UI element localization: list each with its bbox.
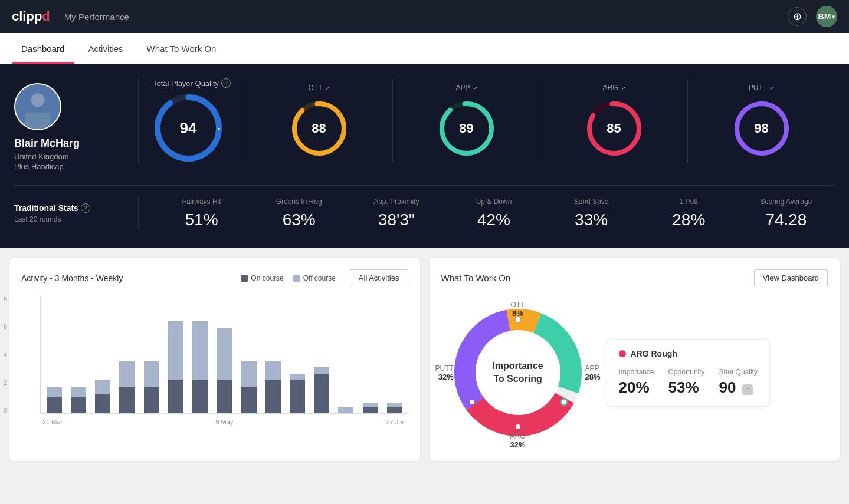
wtwo-title: What To Work On xyxy=(441,273,511,283)
putt-gauge: 98 xyxy=(732,99,791,158)
header-right: ⊕ BM ▾ xyxy=(788,6,837,27)
off-course-bar xyxy=(95,380,110,393)
tpq-gauge: 94 xyxy=(153,93,224,163)
plus-icon: ⊕ xyxy=(793,10,802,23)
legend-on-course: On course xyxy=(241,274,283,282)
trad-values: Fairways Hit 51% Greens In Reg 63% App. … xyxy=(138,197,835,229)
nav-tabs: Dashboard Activities What To Work On xyxy=(0,33,849,64)
trad-item-gir: Greens In Reg 63% xyxy=(250,197,348,229)
off-course-bar xyxy=(290,374,305,380)
bottom-section: Activity - 3 Months - Weekly On course O… xyxy=(0,248,849,470)
avatar[interactable]: BM ▾ xyxy=(816,6,837,27)
ott-gauge: 88 xyxy=(290,99,349,158)
logo: clippd xyxy=(12,9,50,24)
bar-group xyxy=(238,361,260,413)
avatar-label: BM xyxy=(818,12,831,21)
on-course-bar xyxy=(387,407,402,413)
chart-bars xyxy=(40,296,408,414)
bar-group xyxy=(140,361,162,413)
legend-off-course: Off course xyxy=(293,274,336,282)
bar-group xyxy=(189,321,211,413)
on-course-bar xyxy=(363,407,378,413)
x-label-mar: 21 Mar xyxy=(42,419,63,426)
off-course-bar xyxy=(338,407,353,413)
putt-arrow-icon: ↗ xyxy=(769,85,774,91)
off-course-bar xyxy=(314,367,329,374)
arg-arrow-icon: ↗ xyxy=(621,85,625,91)
on-course-bar xyxy=(47,397,62,413)
ott-label: OTT ↗ xyxy=(309,84,330,92)
on-course-dot xyxy=(241,275,248,282)
trad-title: Traditional Stats ? xyxy=(14,203,138,213)
player-avatar xyxy=(14,83,61,130)
info-dot xyxy=(619,350,626,357)
traditional-stats: Traditional Stats ? Last 20 rounds Fairw… xyxy=(14,186,835,229)
all-activities-button[interactable]: All Activities xyxy=(350,269,408,286)
tpq-help-icon[interactable]: ? xyxy=(221,78,231,88)
trad-item-proximity: App. Proximity 38'3" xyxy=(348,197,445,229)
y-label-2: 2 xyxy=(4,380,7,386)
bar-group xyxy=(91,380,113,413)
bar-group xyxy=(116,361,138,413)
tab-dashboard[interactable]: Dashboard xyxy=(12,33,74,64)
chart-controls: On course Off course All Activities xyxy=(241,269,408,286)
off-course-bar xyxy=(387,403,402,407)
trad-label-group: Traditional Stats ? Last 20 rounds xyxy=(14,203,138,223)
bar-group xyxy=(165,321,186,413)
y-label-0: 0 xyxy=(4,407,7,414)
app-arrow-icon: ↗ xyxy=(473,85,477,91)
on-course-bar xyxy=(144,387,159,413)
wtwo-card: What To Work On View Dashboard xyxy=(430,258,840,461)
off-course-bar xyxy=(363,403,378,407)
bar-group xyxy=(262,361,284,413)
bar-group xyxy=(286,374,308,413)
bar-group xyxy=(359,403,381,413)
on-course-bar xyxy=(314,374,329,413)
chart-x-labels: 21 Mar 9 May 27 Jun xyxy=(40,419,408,426)
ott-segment-label: OTT 8% xyxy=(511,301,525,318)
on-course-bar xyxy=(217,380,232,413)
wtwo-header: What To Work On View Dashboard xyxy=(441,269,828,286)
trad-help-icon[interactable]: ? xyxy=(81,203,90,213)
app-gauge: 89 xyxy=(437,99,496,158)
on-course-bar xyxy=(241,387,256,413)
bar-group xyxy=(67,387,89,413)
bar-group xyxy=(383,403,405,413)
off-course-dot xyxy=(293,275,300,282)
x-label-may: 9 May xyxy=(215,419,233,426)
add-button[interactable]: ⊕ xyxy=(788,7,807,26)
putt-segment-label: PUTT 32% xyxy=(435,364,454,381)
logo-d: d xyxy=(42,9,50,24)
off-course-bar xyxy=(265,361,281,380)
y-label-8: 8 xyxy=(4,296,7,302)
off-course-bar xyxy=(47,387,62,398)
trad-subtitle: Last 20 rounds xyxy=(14,215,138,223)
player-handicap: Plus Handicap xyxy=(14,162,64,171)
tab-what-to-work-on[interactable]: What To Work On xyxy=(137,33,226,64)
tab-activities[interactable]: Activities xyxy=(78,33,132,64)
info-metric-importance: Importance 20% xyxy=(619,368,654,397)
arg-label: ARG ↗ xyxy=(602,84,625,92)
trad-item-1putt: 1 Putt 28% xyxy=(640,197,737,229)
y-label-4: 4 xyxy=(4,352,7,358)
x-label-jun: 27 Jun xyxy=(386,419,405,426)
player-info: Blair McHarg United Kingdom Plus Handica… xyxy=(14,78,138,171)
off-course-bar xyxy=(119,361,135,387)
chart-y-axis: 8 6 4 2 0 xyxy=(4,296,7,414)
header: clippd My Performance ⊕ BM ▾ xyxy=(0,0,849,33)
chart-wrapper: 8 6 4 2 0 21 Mar 9 May 27 Jun xyxy=(21,296,408,426)
trad-item-scoring: Scoring Average 74.28 xyxy=(737,197,835,229)
view-dashboard-button[interactable]: View Dashboard xyxy=(754,269,828,286)
hero-top: Blair McHarg United Kingdom Plus Handica… xyxy=(14,78,835,186)
bar-group xyxy=(43,387,65,413)
info-card: ARG Rough Importance 20% Opportunity 53%… xyxy=(607,339,770,407)
shot-quality-badge: ↑ xyxy=(742,384,753,395)
info-metrics: Importance 20% Opportunity 53% Shot Qual… xyxy=(619,368,758,397)
off-course-bar xyxy=(241,361,256,387)
header-left: clippd My Performance xyxy=(12,9,129,24)
ott-value: 88 xyxy=(312,121,326,136)
score-item-arg: ARG ↗ 85 xyxy=(540,79,687,163)
arg-gauge: 85 xyxy=(585,99,644,158)
info-metric-opportunity: Opportunity 53% xyxy=(668,368,705,397)
off-course-bar xyxy=(192,321,208,380)
